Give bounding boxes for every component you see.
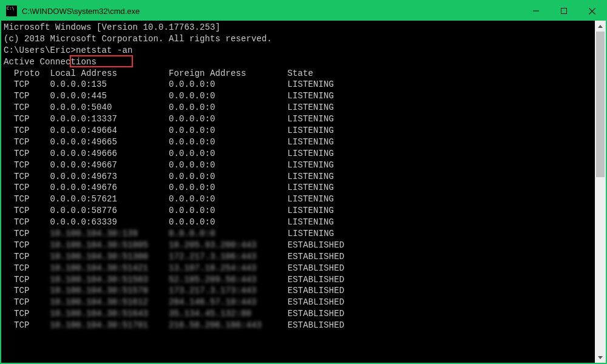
titlebar[interactable]: C:\WINDOWS\system32\cmd.exe [1,1,606,21]
cell-state: ESTABLISHED [288,275,345,285]
window-title: C:\WINDOWS\system32\cmd.exe [22,7,522,16]
cell-foreign: 0.0.0.0:0 [169,217,288,227]
table-header: Proto Local Address Foreign Address Stat… [4,68,592,79]
cell-local: 0.0.0.0:13337 [50,114,169,124]
cell-state: LISTENING [288,172,334,181]
cell-proto: TCP [14,240,50,250]
cell-proto: TCP [14,172,50,181]
table-row: TCP 0.0.0.0:49673 0.0.0.0:0 LISTENING [4,171,592,183]
cell-foreign: 0.0.0.0:0 [169,103,288,112]
cell-proto: TCP [14,194,50,204]
cell-state: LISTENING [288,137,334,147]
cell-state: LISTENING [288,103,334,112]
cell-state: LISTENING [288,217,334,227]
output-line: Microsoft Windows [Version 10.0.17763.25… [4,22,592,33]
maximize-button[interactable] [550,1,578,21]
table-row: TCP 0.0.0.0:57621 0.0.0.0:0 LISTENING [4,194,592,205]
cell-local: 10.100.104.30:139 [50,228,138,240]
cell-foreign: 0.0.0.0:0 [169,160,288,170]
cell-local: 0.0.0.0:49666 [50,149,169,158]
output-line: Active Connections [4,56,592,68]
cell-foreign: 0.0.0.0:0 [169,79,288,89]
cell-state: LISTENING [288,114,334,124]
cell-state: LISTENING [288,79,334,89]
table-row: TCP 10.100.104.30:51643 35.134.45.132:80… [4,308,592,320]
table-row: TCP 10.100.104.30:51300 172.217.3.106:44… [4,251,592,263]
cell-local: 10.100.104.30:51503 [50,274,149,286]
cell-state: ESTABLISHED [288,240,345,250]
table-row: TCP 10.100.104.30:51503 52.185.209.50:44… [4,274,592,286]
cell-local: 10.100.104.30:51612 [50,297,149,308]
table-row: TCP 0.0.0.0:49666 0.0.0.0:0 LISTENING [4,148,592,160]
cell-proto: TCP [14,263,50,273]
table-row: TCP 0.0.0.0:49667 0.0.0.0:0 LISTENING [4,160,592,171]
cell-state: LISTENING [288,126,334,135]
table-row: TCP 10.100.104.30:51578 173.217.3.173:44… [4,285,592,297]
cell-local: 0.0.0.0:49665 [50,137,169,147]
minimize-button[interactable] [522,1,550,21]
scroll-down-arrow[interactable] [595,352,606,363]
cell-local: 10.100.104.30:51005 [50,240,149,251]
cell-foreign: 0.0.0.0:0 [169,91,288,101]
scroll-thumb[interactable] [596,32,605,177]
cell-foreign: 0.0.0.0:0 [169,183,288,192]
cell-foreign: 173.217.3.173:443 [169,285,257,297]
svg-marker-4 [598,25,603,28]
vertical-scrollbar[interactable] [595,21,606,363]
terminal-output[interactable]: Microsoft Windows [Version 10.0.17763.25… [1,21,595,363]
cell-local: 0.0.0.0:49667 [50,160,169,170]
cell-proto: TCP [14,183,50,192]
table-row: TCP 0.0.0.0:49664 0.0.0.0:0 LISTENING [4,125,592,136]
table-row: TCP 0.0.0.0:5040 0.0.0.0:0 LISTENING [4,102,592,113]
cell-proto: TCP [14,79,50,89]
cell-proto: TCP [14,309,50,318]
table-row: TCP 0.0.0.0:445 0.0.0.0:0 LISTENING [4,90,592,102]
table-row: TCP 0.0.0.0:49676 0.0.0.0:0 LISTENING [4,182,592,194]
version-line: Microsoft Windows [Version 10.0.17763.25… [4,22,220,32]
cell-local: 10.100.104.30:51643 [50,308,149,320]
table-row: TCP 10.100.104.30:51612 204.146.57.10:44… [4,297,592,308]
cell-foreign: 172.217.3.106:443 [169,251,257,263]
table-row: TCP 10.100.104.30:51005 18.205.93.200:44… [4,240,592,251]
cell-local: 0.0.0.0:57621 [50,194,169,204]
cell-foreign: 0.0.0.0:0 [169,137,288,147]
col-proto: Proto [14,69,50,78]
cell-local: 0.0.0.0:135 [50,79,169,89]
cell-local: 0.0.0.0:49676 [50,183,169,192]
cell-state: ESTABLISHED [288,263,345,273]
svg-rect-1 [561,8,567,14]
col-foreign: Foreign Address [169,69,288,78]
cell-proto: TCP [14,149,50,158]
prompt-command: netstat -an [76,46,133,55]
table-row: TCP 0.0.0.0:13337 0.0.0.0:0 LISTENING [4,113,592,125]
cell-foreign: 18.205.93.200:443 [169,240,257,251]
scroll-track[interactable] [595,32,606,352]
cell-state: LISTENING [288,160,334,170]
cell-foreign: 0.0.0.0:0 [169,206,288,215]
cell-state: LISTENING [288,149,334,158]
cell-proto: TCP [14,114,50,124]
cell-foreign: 52.185.209.50:443 [169,274,257,286]
svg-marker-5 [598,356,603,359]
cell-proto: TCP [14,275,50,285]
window-controls [522,1,606,21]
copyright-line: (c) 2018 Microsoft Corporation. All righ… [4,34,272,44]
cell-proto: TCP [14,103,50,112]
cell-local: 10.100.104.30:51300 [50,251,149,263]
col-local: Local Address [50,69,169,78]
close-button[interactable] [578,1,606,21]
cell-state: LISTENING [288,194,334,204]
cell-foreign: 0.0.0.0:0 [169,194,288,204]
cell-local: 0.0.0.0:5040 [50,103,169,112]
cell-state: LISTENING [288,91,334,101]
cell-local: 10.100.104.30:51421 [50,263,149,274]
cell-local: 0.0.0.0:445 [50,91,169,101]
cell-foreign: 0.0.0.0:0 [169,228,215,240]
cell-state: ESTABLISHED [288,320,345,330]
cell-proto: TCP [14,229,50,238]
cell-foreign: 216.58.206.186:443 [169,320,262,331]
cell-foreign: 13.107.18.254:443 [169,263,257,274]
scroll-up-arrow[interactable] [595,21,606,32]
cell-proto: TCP [14,126,50,135]
cell-local: 0.0.0.0:49664 [50,126,169,135]
